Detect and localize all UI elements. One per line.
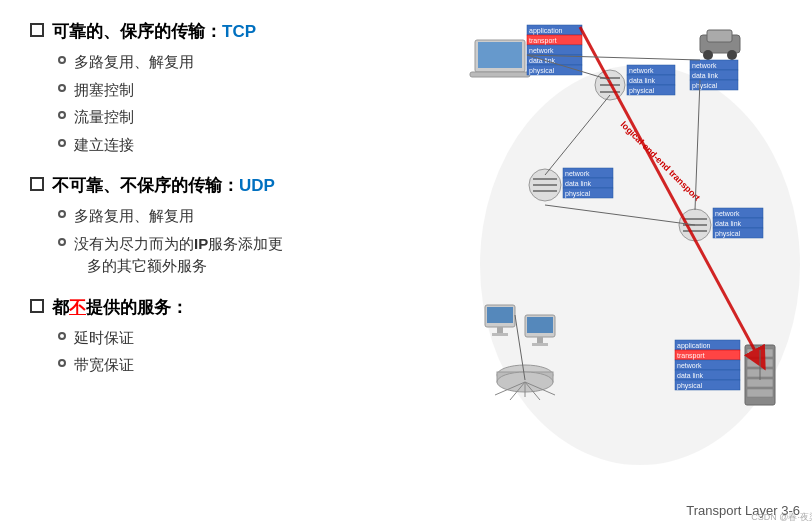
- svg-text:application: application: [677, 342, 711, 350]
- bullet-1: [58, 56, 66, 64]
- svg-text:data link: data link: [692, 72, 719, 79]
- udp-item-2-text: 没有为尽力而为的IP服务添加更 多的其它额外服务: [74, 233, 283, 278]
- svg-text:physical: physical: [629, 87, 655, 95]
- bullet-5: [58, 210, 66, 218]
- svg-text:network: network: [677, 362, 702, 369]
- svg-text:network: network: [529, 47, 554, 54]
- bullet-8: [58, 359, 66, 367]
- svg-text:network: network: [565, 170, 590, 177]
- tcp-items: 多路复用、解复用 拥塞控制 流量控制 建立连接: [58, 51, 440, 156]
- svg-text:transport: transport: [677, 352, 705, 360]
- svg-rect-61: [532, 343, 548, 346]
- none-section: 都不提供的服务： 延时保证 带宽保证: [30, 296, 440, 377]
- none-item-2: 带宽保证: [58, 354, 440, 377]
- svg-text:data link: data link: [529, 57, 556, 64]
- svg-rect-55: [487, 307, 513, 323]
- svg-text:data link: data link: [565, 180, 592, 187]
- none-title-text: 都不提供的服务：: [52, 296, 188, 319]
- svg-rect-56: [497, 327, 503, 333]
- svg-rect-2: [478, 42, 522, 68]
- tcp-item-1-text: 多路复用、解复用: [74, 51, 194, 74]
- none-item-2-text: 带宽保证: [74, 354, 134, 377]
- svg-rect-74: [747, 379, 773, 387]
- tcp-section: 可靠的、保序的传输：TCP 多路复用、解复用 拥塞控制 流量控制: [30, 20, 440, 156]
- svg-text:physical: physical: [715, 230, 741, 238]
- svg-text:physical: physical: [692, 82, 718, 90]
- tcp-item-3: 流量控制: [58, 106, 440, 129]
- svg-rect-3: [470, 72, 530, 77]
- none-items: 延时保证 带宽保证: [58, 327, 440, 377]
- svg-text:physical: physical: [529, 67, 555, 75]
- none-title: 都不提供的服务：: [30, 296, 440, 319]
- watermark-text: CSDN @春·夜染: [751, 512, 812, 522]
- bullet-3: [58, 111, 66, 119]
- svg-point-26: [703, 50, 713, 60]
- svg-text:data link: data link: [629, 77, 656, 84]
- bullet-2: [58, 84, 66, 92]
- none-icon: [30, 299, 44, 313]
- tcp-item-4: 建立连接: [58, 134, 440, 157]
- svg-text:data link: data link: [677, 372, 704, 379]
- svg-text:network: network: [692, 62, 717, 69]
- svg-text:network: network: [629, 67, 654, 74]
- udp-item-1: 多路复用、解复用: [58, 205, 440, 228]
- tcp-item-2: 拥塞控制: [58, 79, 440, 102]
- tcp-item-4-text: 建立连接: [74, 134, 134, 157]
- network-diagram: application transport network data link …: [465, 5, 812, 515]
- tcp-item-1: 多路复用、解复用: [58, 51, 440, 74]
- none-item-1: 延时保证: [58, 327, 440, 350]
- svg-text:data link: data link: [715, 220, 742, 227]
- udp-section: 不可靠、不保序的传输：UDP 多路复用、解复用 没有为尽力而为的IP服务添加更 …: [30, 174, 440, 278]
- udp-title: 不可靠、不保序的传输：UDP: [30, 174, 440, 197]
- svg-text:application: application: [529, 27, 563, 35]
- tcp-title-text: 可靠的、保序的传输：TCP: [52, 20, 256, 43]
- svg-point-27: [727, 50, 737, 60]
- none-item-1-text: 延时保证: [74, 327, 134, 350]
- bullet-6: [58, 238, 66, 246]
- svg-rect-75: [747, 389, 773, 397]
- tcp-item-2-text: 拥塞控制: [74, 79, 134, 102]
- svg-text:network: network: [715, 210, 740, 217]
- udp-item-1-text: 多路复用、解复用: [74, 205, 194, 228]
- svg-text:transport: transport: [529, 37, 557, 45]
- tcp-title: 可靠的、保序的传输：TCP: [30, 20, 440, 43]
- right-panel: application transport network data link …: [460, 0, 812, 526]
- slide: 可靠的、保序的传输：TCP 多路复用、解复用 拥塞控制 流量控制: [0, 0, 812, 526]
- tcp-icon: [30, 23, 44, 37]
- svg-rect-25: [707, 30, 732, 42]
- bullet-7: [58, 332, 66, 340]
- svg-text:physical: physical: [565, 190, 591, 198]
- svg-text:physical: physical: [677, 382, 703, 390]
- bullet-4: [58, 139, 66, 147]
- left-panel: 可靠的、保序的传输：TCP 多路复用、解复用 拥塞控制 流量控制: [0, 0, 460, 526]
- udp-item-2: 没有为尽力而为的IP服务添加更 多的其它额外服务: [58, 233, 440, 278]
- udp-icon: [30, 177, 44, 191]
- udp-title-text: 不可靠、不保序的传输：UDP: [52, 174, 275, 197]
- svg-rect-60: [537, 337, 543, 343]
- svg-rect-59: [527, 317, 553, 333]
- tcp-item-3-text: 流量控制: [74, 106, 134, 129]
- udp-items: 多路复用、解复用 没有为尽力而为的IP服务添加更 多的其它额外服务: [58, 205, 440, 278]
- watermark: CSDN @春·夜染: [751, 511, 812, 524]
- svg-rect-57: [492, 333, 508, 336]
